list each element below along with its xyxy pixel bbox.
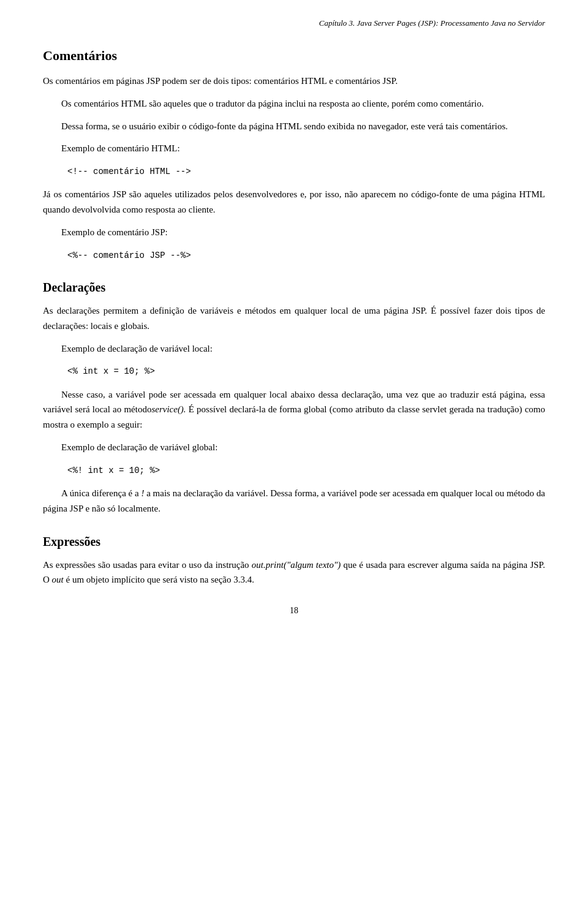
header-text: Capítulo 3. Java Server Pages (JSP): Pro… bbox=[319, 18, 545, 28]
page-header: Capítulo 3. Java Server Pages (JSP): Pro… bbox=[43, 18, 545, 31]
code-jsp-comment: <%-- comentário JSP --%> bbox=[67, 249, 545, 262]
expressoes-p1-italic: out.print("algum texto") bbox=[252, 560, 341, 570]
comentarios-p1: Os comentários em páginas JSP podem ser … bbox=[43, 74, 545, 89]
comentarios-p2: Os comentários HTML são aqueles que o tr… bbox=[43, 96, 545, 111]
example-local-label: Exemplo de declaração de variável local: bbox=[43, 341, 545, 357]
expressoes-p1: As expressões são usadas para evitar o u… bbox=[43, 557, 545, 588]
example-html-label: Exemplo de comentário HTML: bbox=[43, 141, 545, 156]
declaracoes-p4: A única diferença é a ! a mais na declar… bbox=[43, 486, 545, 516]
code-global-var: <%! int x = 10; %> bbox=[67, 464, 545, 477]
code-html-comment: <!-- comentário HTML --> bbox=[67, 165, 545, 178]
expressoes-p1-out: out bbox=[50, 575, 64, 584]
example-jsp-label: Exemplo de comentário JSP: bbox=[43, 225, 545, 240]
expressoes-p1-cont: é um objeto implícito que será visto na … bbox=[64, 575, 254, 584]
page-number: 18 bbox=[43, 606, 545, 616]
comentarios-p4: Já os comentários JSP são aqueles utiliz… bbox=[43, 187, 545, 217]
comentarios-p3: Dessa forma, se o usuário exibir o códig… bbox=[43, 119, 545, 134]
declaracoes-p3: Nesse caso, a variável pode ser acessada… bbox=[43, 387, 545, 433]
section-title-expressoes: Expressões bbox=[43, 535, 545, 549]
expressoes-p1-start: As expressões são usadas para evitar o u… bbox=[43, 560, 252, 570]
declaracoes-p3-italic: service(). bbox=[151, 404, 186, 414]
declaracoes-p4-start: A única diferença é a bbox=[61, 488, 141, 498]
section-title-comentarios: Comentários bbox=[43, 48, 545, 64]
example-global-label: Exemplo de declaração de variável global… bbox=[43, 440, 545, 455]
declaracoes-p1: As declarações permitem a definição de v… bbox=[43, 303, 545, 334]
page: Capítulo 3. Java Server Pages (JSP): Pro… bbox=[0, 0, 588, 903]
section-title-declaracoes: Declarações bbox=[43, 281, 545, 295]
code-local-var: <% int x = 10; %> bbox=[67, 365, 545, 378]
